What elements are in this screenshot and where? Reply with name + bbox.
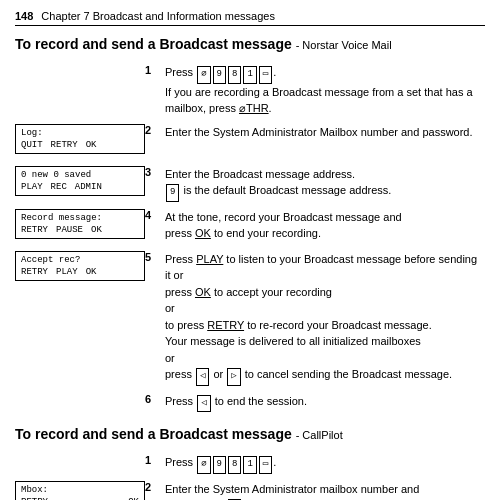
key-0: ⌀ — [197, 66, 210, 84]
btn-quit: QUIT — [21, 140, 43, 150]
btn-play: PLAY — [21, 182, 43, 192]
step-5-content: Press PLAY to listen to your Broadcast m… — [165, 251, 485, 386]
btn-retry2: RETRY — [21, 225, 48, 235]
section2: To record and send a Broadcast message -… — [15, 426, 485, 500]
ok-link: OK — [195, 227, 211, 239]
btn-retry3: RETRY — [21, 267, 48, 277]
section2-step-1: 1 Press ⌀981▭. — [15, 454, 485, 474]
section1-heading: To record and send a Broadcast message -… — [15, 36, 485, 52]
section2-step-2-display: Mbox: RETRY OK — [15, 481, 145, 501]
key-9-default: 9 — [166, 184, 179, 202]
key-1b: 1 — [243, 456, 256, 474]
key-0b: ⌀ — [197, 456, 210, 474]
display-mbox: Mbox: RETRY OK — [15, 481, 145, 501]
btn-retry: RETRY — [51, 140, 78, 150]
step-3-number: 3 — [145, 166, 165, 178]
display-saved: 0 new 0 saved PLAY REC ADMIN — [15, 166, 145, 196]
chapter-title: Chapter 7 Broadcast and Information mess… — [41, 10, 275, 22]
btn-ok2: OK — [91, 225, 102, 235]
section2-heading: To record and send a Broadcast message -… — [15, 426, 485, 442]
step-3-content: Enter the Broadcast message address. 9 i… — [165, 166, 485, 202]
section2-step-2-number: 2 — [145, 481, 165, 493]
step-3: 0 new 0 saved PLAY REC ADMIN 3 Enter the… — [15, 166, 485, 202]
step-1: 1 Press ⌀981▭. If you are recording a Br… — [15, 64, 485, 117]
step-3-display: 0 new 0 saved PLAY REC ADMIN — [15, 166, 145, 201]
btn-ok4: OK — [128, 497, 139, 501]
section2-step-1-content: Press ⌀981▭. — [165, 454, 485, 474]
step-2: Log: QUIT RETRY OK 2 Enter the System Ad… — [15, 124, 485, 159]
play-link: PLAY — [196, 253, 223, 265]
step-4-content: At the tone, record your Broadcast messa… — [165, 209, 485, 242]
step-5-display: Accept rec? RETRY PLAY OK — [15, 251, 145, 286]
btn-play2: PLAY — [56, 267, 78, 277]
step-6-number: 6 — [145, 393, 165, 405]
key-dialb: ▭ — [259, 456, 272, 474]
section2-step-1-number: 1 — [145, 454, 165, 466]
step-6: 6 Press ◁ to end the session. — [15, 393, 485, 413]
ok-link2: OK — [195, 286, 211, 298]
btn-ok: OK — [86, 140, 97, 150]
btn-retry4: RETRY — [21, 497, 48, 501]
key-left: ◁ — [196, 368, 209, 386]
page-header: 148 Chapter 7 Broadcast and Information … — [15, 10, 485, 26]
key-dial: ▭ — [259, 66, 272, 84]
key-8b: 8 — [228, 456, 241, 474]
section2-step-2: Mbox: RETRY OK 2 Enter the System Admini… — [15, 481, 485, 501]
step-5: Accept rec? RETRY PLAY OK 5 Press PLAY t… — [15, 251, 485, 386]
key-1: 1 — [243, 66, 256, 84]
key-end: ◁ — [197, 395, 210, 413]
step-5-number: 5 — [145, 251, 165, 263]
othr-link: ⌀THR — [239, 102, 269, 114]
key-9: 9 — [213, 66, 226, 84]
display-accept: Accept rec? RETRY PLAY OK — [15, 251, 145, 281]
key-right: ▷ — [227, 368, 240, 386]
step-1-content: Press ⌀981▭. If you are recording a Broa… — [165, 64, 485, 117]
btn-rec: REC — [51, 182, 67, 192]
step-1-number: 1 — [145, 64, 165, 76]
step-2-number: 2 — [145, 124, 165, 136]
key-9b: 9 — [213, 456, 226, 474]
step-4-number: 4 — [145, 209, 165, 221]
btn-ok3: OK — [86, 267, 97, 277]
retry-link: RETRY — [207, 319, 244, 331]
step-2-content: Enter the System Administrator Mailbox n… — [165, 124, 485, 141]
step-4: Record message: RETRY PAUSE OK 4 At the … — [15, 209, 485, 244]
display-log: Log: QUIT RETRY OK — [15, 124, 145, 154]
btn-admin: ADMIN — [75, 182, 102, 192]
step-2-display: Log: QUIT RETRY OK — [15, 124, 145, 159]
section2-step-2-content: Enter the System Administrator mailbox n… — [165, 481, 485, 501]
step-6-content: Press ◁ to end the session. — [165, 393, 485, 413]
key-8: 8 — [228, 66, 241, 84]
page-number: 148 — [15, 10, 33, 22]
btn-pause: PAUSE — [56, 225, 83, 235]
display-record: Record message: RETRY PAUSE OK — [15, 209, 145, 239]
step-4-display: Record message: RETRY PAUSE OK — [15, 209, 145, 244]
